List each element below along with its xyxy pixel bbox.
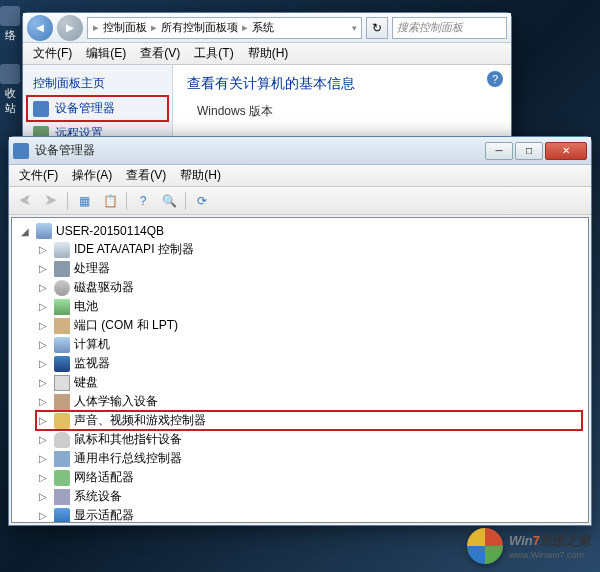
menu-help[interactable]: 帮助(H) xyxy=(174,165,227,186)
tree-node-label: 端口 (COM 和 LPT) xyxy=(74,317,178,334)
search-input[interactable]: 搜索控制面板 xyxy=(392,17,507,39)
collapse-icon[interactable]: ◢ xyxy=(18,224,32,238)
address-bar-row: ◄ ► ▸ 控制面板 ▸ 所有控制面板项 ▸ 系统 ▾ ↻ 搜索控制面板 xyxy=(23,13,511,43)
device-category-icon xyxy=(54,451,70,467)
menu-bar: 文件(F) 操作(A) 查看(V) 帮助(H) xyxy=(9,165,591,187)
properties-button[interactable]: 📋 xyxy=(98,190,122,212)
back-button[interactable]: ⮜ xyxy=(13,190,37,212)
forward-button[interactable]: ⮞ xyxy=(39,190,63,212)
menu-file[interactable]: 文件(F) xyxy=(13,165,64,186)
titlebar[interactable]: 设备管理器 ─ □ ✕ xyxy=(9,137,591,165)
tree-root-node[interactable]: ◢ USER-20150114QB xyxy=(18,222,582,240)
tree-node[interactable]: ▷电池 xyxy=(36,297,582,316)
forward-button[interactable]: ► xyxy=(57,15,83,41)
expand-icon[interactable]: ▷ xyxy=(36,243,50,257)
scan-button[interactable]: 🔍 xyxy=(157,190,181,212)
help-icon[interactable]: ? xyxy=(487,71,503,87)
tree-node-label: 网络适配器 xyxy=(74,469,134,486)
device-category-icon xyxy=(54,375,70,391)
refresh-button[interactable]: ⟳ xyxy=(190,190,214,212)
device-category-icon xyxy=(54,242,70,258)
expand-icon[interactable]: ▷ xyxy=(36,395,50,409)
tree-node-label: 键盘 xyxy=(74,374,98,391)
expand-icon[interactable]: ▷ xyxy=(36,509,50,523)
expand-icon[interactable]: ▷ xyxy=(36,281,50,295)
expand-icon[interactable]: ▷ xyxy=(36,414,50,428)
computer-icon xyxy=(36,223,52,239)
desktop-icon[interactable]: 络 xyxy=(0,6,20,43)
device-tree[interactable]: ◢ USER-20150114QB ▷IDE ATA/ATAPI 控制器▷处理器… xyxy=(11,217,589,523)
tree-node[interactable]: ▷网络适配器 xyxy=(36,468,582,487)
device-category-icon xyxy=(54,508,70,524)
tree-node[interactable]: ▷处理器 xyxy=(36,259,582,278)
back-button[interactable]: ◄ xyxy=(27,15,53,41)
sidebar-item-label: 设备管理器 xyxy=(55,100,115,117)
tree-node[interactable]: ▷鼠标和其他指针设备 xyxy=(36,430,582,449)
device-category-icon xyxy=(54,318,70,334)
show-hidden-button[interactable]: ▦ xyxy=(72,190,96,212)
expand-icon[interactable]: ▷ xyxy=(36,452,50,466)
device-category-icon xyxy=(54,489,70,505)
breadcrumb-seg[interactable]: 控制面板 xyxy=(100,20,150,35)
menu-help[interactable]: 帮助(H) xyxy=(242,43,295,64)
tree-node[interactable]: ▷人体学输入设备 xyxy=(36,392,582,411)
help-button[interactable]: ? xyxy=(131,190,155,212)
refresh-button[interactable]: ↻ xyxy=(366,17,388,39)
menu-edit[interactable]: 编辑(E) xyxy=(80,43,132,64)
expand-icon[interactable]: ▷ xyxy=(36,471,50,485)
address-bar[interactable]: ▸ 控制面板 ▸ 所有控制面板项 ▸ 系统 ▾ xyxy=(87,17,362,39)
device-category-icon xyxy=(54,356,70,372)
sidebar-home[interactable]: 控制面板主页 xyxy=(27,71,168,96)
page-heading: 查看有关计算机的基本信息 xyxy=(187,75,497,93)
desktop-icon[interactable]: 收站 xyxy=(0,64,20,116)
tree-node[interactable]: ▷端口 (COM 和 LPT) xyxy=(36,316,582,335)
tree-node-label: 处理器 xyxy=(74,260,110,277)
expand-icon[interactable]: ▷ xyxy=(36,357,50,371)
expand-icon[interactable]: ▷ xyxy=(36,319,50,333)
expand-icon[interactable]: ▷ xyxy=(36,490,50,504)
menu-view[interactable]: 查看(V) xyxy=(120,165,172,186)
tree-node[interactable]: ▷声音、视频和游戏控制器 xyxy=(36,411,582,430)
tree-node-label: 鼠标和其他指针设备 xyxy=(74,431,182,448)
minimize-button[interactable]: ─ xyxy=(485,142,513,160)
device-category-icon xyxy=(54,280,70,296)
sidebar-item-device-manager[interactable]: 设备管理器 xyxy=(27,96,168,121)
device-manager-window: 设备管理器 ─ □ ✕ 文件(F) 操作(A) 查看(V) 帮助(H) ⮜ ⮞ … xyxy=(8,136,592,526)
tree-node[interactable]: ▷键盘 xyxy=(36,373,582,392)
breadcrumb-seg[interactable]: 系统 xyxy=(249,20,277,35)
maximize-button[interactable]: □ xyxy=(515,142,543,160)
device-category-icon xyxy=(54,299,70,315)
tree-node-label: 监视器 xyxy=(74,355,110,372)
menu-tools[interactable]: 工具(T) xyxy=(188,43,239,64)
menu-file[interactable]: 文件(F) xyxy=(27,43,78,64)
device-category-icon xyxy=(54,261,70,277)
tree-node[interactable]: ▷监视器 xyxy=(36,354,582,373)
device-manager-icon xyxy=(33,101,49,117)
tree-node-label: 显示适配器 xyxy=(74,507,134,523)
tree-node[interactable]: ▷计算机 xyxy=(36,335,582,354)
tree-node[interactable]: ▷磁盘驱动器 xyxy=(36,278,582,297)
menu-view[interactable]: 查看(V) xyxy=(134,43,186,64)
app-icon xyxy=(13,143,29,159)
expand-icon[interactable]: ▷ xyxy=(36,300,50,314)
watermark-logo-icon xyxy=(467,528,503,564)
expand-icon[interactable]: ▷ xyxy=(36,338,50,352)
watermark-url: www.Winwin7.com xyxy=(509,550,592,560)
desktop-icon-label: 络 xyxy=(5,29,16,41)
tree-node-label: 通用串行总线控制器 xyxy=(74,450,182,467)
tree-node[interactable]: ▷系统设备 xyxy=(36,487,582,506)
tree-node[interactable]: ▷显示适配器 xyxy=(36,506,582,523)
close-button[interactable]: ✕ xyxy=(545,142,587,160)
breadcrumb-seg[interactable]: 所有控制面板项 xyxy=(158,20,241,35)
tree-node-label: 磁盘驱动器 xyxy=(74,279,134,296)
menu-bar: 文件(F) 编辑(E) 查看(V) 工具(T) 帮助(H) xyxy=(23,43,511,65)
tree-node[interactable]: ▷通用串行总线控制器 xyxy=(36,449,582,468)
expand-icon[interactable]: ▷ xyxy=(36,262,50,276)
device-category-icon xyxy=(54,432,70,448)
device-category-icon xyxy=(54,337,70,353)
menu-action[interactable]: 操作(A) xyxy=(66,165,118,186)
tree-node[interactable]: ▷IDE ATA/ATAPI 控制器 xyxy=(36,240,582,259)
expand-icon[interactable]: ▷ xyxy=(36,376,50,390)
tree-node-label: 声音、视频和游戏控制器 xyxy=(74,412,206,429)
expand-icon[interactable]: ▷ xyxy=(36,433,50,447)
